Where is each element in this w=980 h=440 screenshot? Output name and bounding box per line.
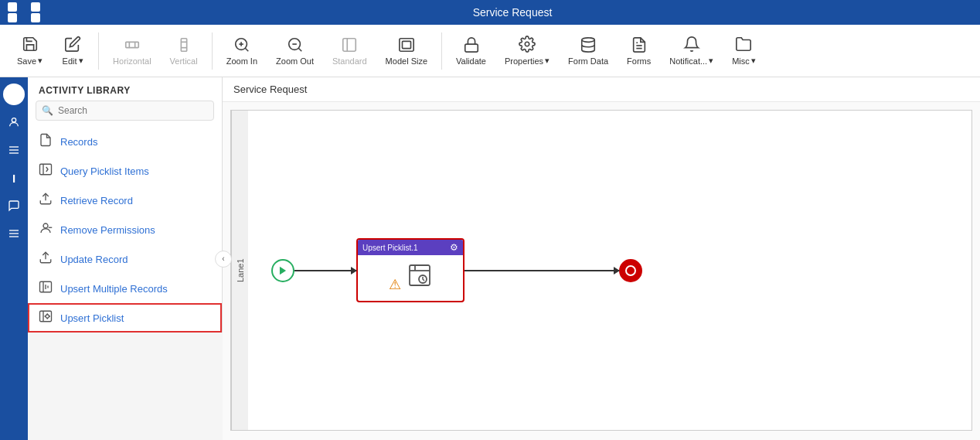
- query-picklist-label: Query Picklist Items: [60, 165, 149, 177]
- update-record-icon: [39, 251, 53, 268]
- svg-point-36: [43, 223, 48, 228]
- notifications-button[interactable]: Notificat...▾: [662, 32, 721, 69]
- end-node-inner: [625, 265, 636, 276]
- activity-node-title: Upsert Picklist.1: [362, 244, 418, 252]
- activity-gear-icon[interactable]: ⚙: [450, 242, 458, 253]
- activity-node[interactable]: Upsert Picklist.1 ⚙ ⚠: [356, 238, 464, 302]
- toolbar: Save▾ Edit▾ Horizontal Vertical Zoom In …: [0, 25, 980, 77]
- upsert-multiple-label: Upsert Multiple Records: [60, 283, 168, 295]
- search-icon: 🔍: [42, 105, 53, 116]
- remove-permissions-label: Remove Permissions: [60, 224, 155, 236]
- flow-area: Upsert Picklist.1 ⚙ ⚠: [248, 111, 971, 430]
- save-button[interactable]: Save▾: [9, 32, 50, 69]
- properties-button[interactable]: Properties▾: [497, 32, 557, 69]
- library-header: ACTIVITY LIBRARY: [28, 77, 222, 101]
- sidebar-icon-person[interactable]: [3, 111, 25, 133]
- warning-icon: ⚠: [389, 276, 401, 293]
- upsert-picklist-label: Upsert Picklist: [60, 312, 124, 324]
- sidebar-icon-apps[interactable]: [3, 84, 25, 105]
- model-size-button[interactable]: Model Size: [378, 33, 435, 69]
- svg-point-41: [46, 315, 49, 319]
- toolbar-divider-1: [98, 32, 99, 70]
- svg-rect-17: [464, 44, 478, 52]
- toolbar-divider-3: [441, 32, 442, 70]
- canvas-area: Service Request Lane1 Upsert Picklist.1: [223, 77, 980, 440]
- library-item-records[interactable]: Records: [28, 127, 222, 156]
- svg-marker-42: [280, 266, 286, 275]
- sidebar-icon-chat[interactable]: [3, 195, 25, 217]
- library-item-query-picklist[interactable]: Query Picklist Items: [28, 156, 222, 186]
- toolbar-divider-2: [212, 32, 213, 70]
- records-icon: [39, 133, 53, 150]
- upsert-multiple-icon: [39, 280, 53, 297]
- svg-rect-22: [9, 89, 13, 94]
- svg-rect-25: [15, 95, 19, 100]
- page-title: Service Request: [53, 6, 972, 19]
- svg-point-19: [582, 37, 595, 42]
- zoom-in-button[interactable]: Zoom In: [219, 33, 265, 69]
- activity-node-body: ⚠: [358, 255, 463, 301]
- library-item-upsert-picklist[interactable]: Upsert Picklist: [28, 303, 222, 333]
- misc-button[interactable]: Misc▾: [724, 32, 764, 69]
- top-bar: Service Request: [0, 0, 980, 25]
- retrieve-record-icon: [39, 192, 53, 209]
- standard-button: Standard: [325, 33, 375, 69]
- canvas-title: Service Request: [223, 77, 980, 102]
- sidebar-icons: I: [0, 77, 28, 440]
- vertical-button: Vertical: [162, 33, 206, 69]
- svg-rect-16: [402, 41, 410, 48]
- sidebar-icon-hash[interactable]: I: [3, 167, 25, 189]
- collapse-library-button[interactable]: ‹: [215, 251, 232, 268]
- svg-point-18: [525, 42, 529, 46]
- zoom-out-button[interactable]: Zoom Out: [268, 33, 322, 69]
- lane: Lane1 Upsert Picklist.1 ⚙: [230, 110, 972, 431]
- upsert-picklist-node-icon: [407, 263, 432, 293]
- library-item-update-record[interactable]: Update Record: [28, 244, 222, 274]
- svg-rect-33: [40, 164, 52, 175]
- remove-permissions-icon: [39, 221, 53, 238]
- search-input[interactable]: [36, 101, 214, 121]
- sidebar-icon-list[interactable]: [3, 139, 25, 161]
- sidebar-icon-list2[interactable]: [3, 223, 25, 244]
- svg-rect-24: [9, 95, 13, 100]
- end-node[interactable]: [619, 259, 642, 282]
- lane-label: Lane1: [231, 111, 248, 430]
- validate-button[interactable]: Validate: [448, 33, 494, 69]
- records-label: Records: [60, 136, 97, 148]
- arrow-to-activity: [294, 270, 356, 271]
- svg-rect-13: [343, 38, 356, 51]
- svg-point-26: [12, 118, 15, 122]
- activity-library-panel: ACTIVITY LIBRARY 🔍 Records Query Picklis…: [28, 77, 223, 440]
- svg-line-7: [245, 48, 248, 51]
- update-record-label: Update Record: [60, 254, 128, 265]
- retrieve-record-label: Retrieve Record: [60, 195, 133, 206]
- forms-button[interactable]: Forms: [619, 33, 658, 69]
- library-items: Records Query Picklist Items Retrieve Re…: [28, 127, 222, 333]
- svg-rect-0: [126, 42, 139, 47]
- start-node[interactable]: [271, 259, 294, 282]
- activity-library: ACTIVITY LIBRARY 🔍 Records Query Picklis…: [28, 77, 223, 333]
- svg-rect-15: [400, 38, 413, 51]
- form-data-button[interactable]: Form Data: [560, 33, 616, 69]
- apps-icon[interactable]: [8, 2, 53, 22]
- library-item-remove-permissions[interactable]: Remove Permissions: [28, 215, 222, 244]
- upsert-picklist-icon: [39, 309, 53, 326]
- library-item-upsert-multiple[interactable]: Upsert Multiple Records: [28, 274, 222, 303]
- library-search[interactable]: 🔍: [36, 101, 214, 121]
- horizontal-button: Horizontal: [105, 33, 159, 69]
- activity-node-header: Upsert Picklist.1 ⚙: [358, 240, 463, 255]
- edit-button[interactable]: Edit▾: [53, 32, 92, 69]
- svg-line-11: [298, 48, 301, 51]
- library-item-retrieve-record[interactable]: Retrieve Record: [28, 186, 222, 215]
- svg-rect-3: [181, 38, 186, 51]
- query-picklist-icon: [39, 162, 53, 179]
- canvas-content: Lane1 Upsert Picklist.1 ⚙: [223, 102, 980, 438]
- main-layout: I ACTIVITY LIBRARY 🔍 Records: [0, 77, 980, 440]
- arrow-to-end: [464, 270, 619, 271]
- svg-rect-23: [15, 89, 19, 94]
